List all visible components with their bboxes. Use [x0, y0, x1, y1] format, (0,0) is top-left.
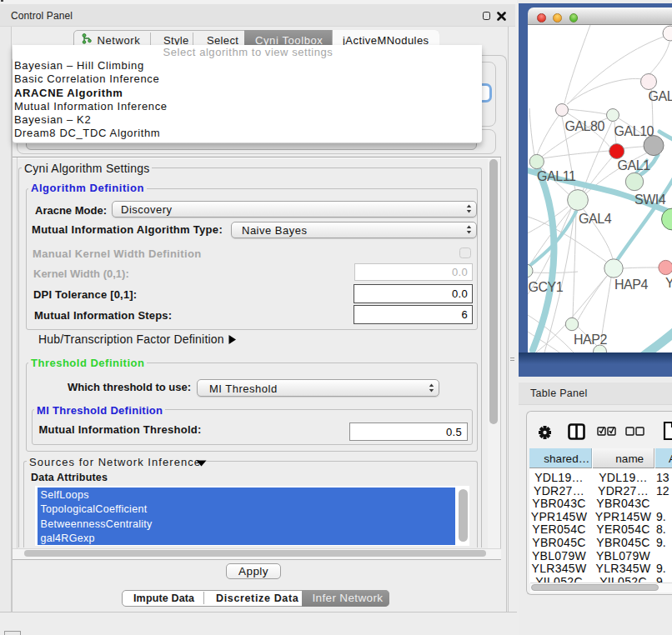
svg-text:Y: Y — [665, 276, 672, 290]
svg-text:GAL4: GAL4 — [579, 212, 612, 226]
svg-text:GAL11: GAL11 — [537, 169, 576, 183]
svg-text:GAL10: GAL10 — [614, 124, 654, 138]
svg-text:HAP2: HAP2 — [574, 332, 608, 347]
svg-text:HAP4: HAP4 — [614, 278, 649, 292]
svg-text:SWI4: SWI4 — [634, 192, 666, 207]
svg-text:GCY1: GCY1 — [529, 280, 564, 294]
svg-text:GAL1: GAL1 — [618, 158, 651, 172]
svg-text:GAL: GAL — [649, 89, 672, 103]
svg-text:GAL80: GAL80 — [564, 119, 604, 133]
